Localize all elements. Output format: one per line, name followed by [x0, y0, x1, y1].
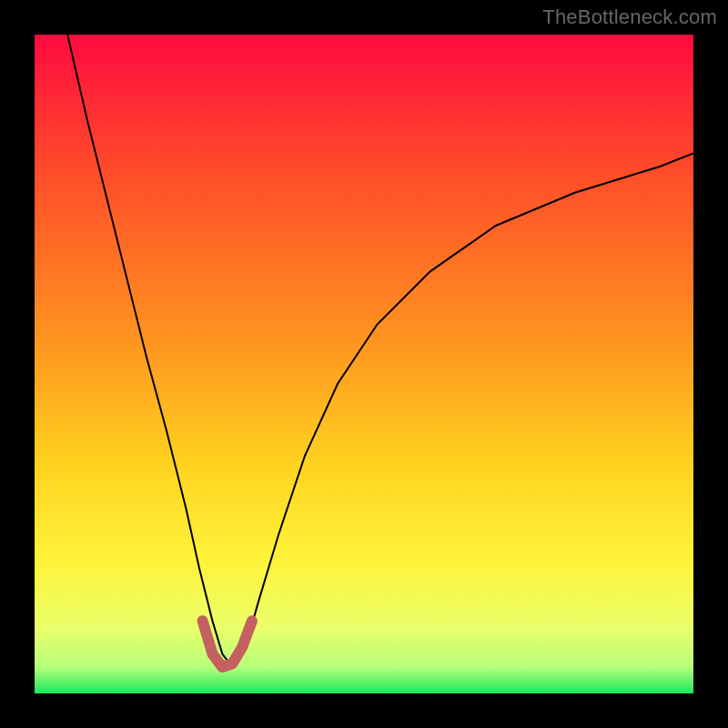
- watermark-text: TheBottleneck.com: [542, 5, 717, 29]
- chart-svg: [35, 35, 693, 693]
- gradient-background: [35, 35, 693, 693]
- plot-area: [35, 35, 693, 693]
- outer-frame: TheBottleneck.com: [0, 0, 728, 728]
